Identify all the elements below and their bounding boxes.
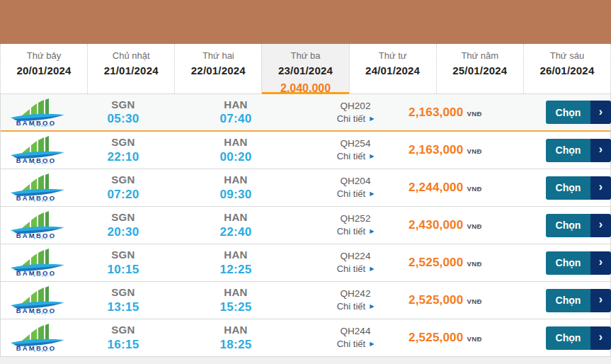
price-currency: VNĐ (467, 297, 481, 305)
date-tab[interactable]: Thứ tư 24/01/2024 (349, 44, 436, 93)
svg-text:AIRWAYS: AIRWAYS (34, 125, 52, 127)
arrival-time: 18:25 (220, 337, 252, 352)
date-tab[interactable]: Thứ hai 22/01/2024 (174, 44, 261, 93)
departure-cell: SGN 22:10 (80, 136, 166, 164)
details-arrow-icon: ▶ (370, 304, 374, 309)
airline-logo-cell: BAMBOO AIRWAYS (1, 249, 80, 277)
price-cell: 2,163,000 VNĐ (406, 143, 546, 157)
select-flight-button[interactable]: Chọn › (546, 214, 611, 237)
flight-search-results-page: Thứ bảy 20/01/2024 Chủ nhật 21/01/2024 T… (0, 0, 611, 364)
date-tab-day-label: Thứ tư (350, 50, 436, 61)
price-currency: VNĐ (467, 185, 481, 193)
price-currency: VNĐ (467, 260, 481, 268)
departure-time: 20:30 (108, 224, 139, 239)
svg-text:AIRWAYS: AIRWAYS (34, 162, 52, 164)
date-tab-day-label: Chủ nhật (88, 50, 174, 61)
price-cell: 2,525,000 VNĐ (406, 256, 546, 270)
flight-list: BAMBOO AIRWAYS SGN 05:30 HAN 07:40 QH202… (0, 94, 611, 357)
flight-row: BAMBOO AIRWAYS SGN 22:10 HAN 00:20 QH254… (1, 132, 610, 169)
arrival-time: 22:40 (220, 224, 252, 239)
chevron-right-icon: › (590, 214, 611, 237)
arrival-time: 15:25 (220, 300, 252, 314)
select-flight-button[interactable]: Chọn › (546, 101, 611, 124)
select-flight-button[interactable]: Chọn › (546, 289, 611, 312)
departure-cell: SGN 13:15 (80, 286, 166, 314)
departure-cell: SGN 16:15 (80, 324, 166, 352)
airline-logo-cell: BAMBOO AIRWAYS (1, 136, 80, 164)
airline-logo-cell: BAMBOO AIRWAYS (1, 211, 80, 239)
flight-info-cell: QH252 Chi tiết ▶ (305, 212, 406, 238)
destination-code: HAN (224, 211, 247, 224)
destination-code: HAN (224, 286, 247, 300)
details-link-label: Chi tiết (337, 263, 365, 275)
departure-time: 22:10 (108, 149, 139, 164)
price-amount: 2,163,000 (409, 106, 463, 120)
chevron-right-icon: › (590, 139, 611, 162)
svg-text:AIRWAYS: AIRWAYS (34, 275, 52, 277)
flight-number: QH224 (341, 250, 371, 263)
details-link-label: Chi tiết (337, 225, 365, 238)
date-tab[interactable]: Thứ ba 23/01/2024 2,040,000 (261, 44, 348, 93)
origin-code: SGN (111, 211, 135, 224)
airline-logo-cell: BAMBOO AIRWAYS (1, 98, 80, 127)
select-flight-button[interactable]: Chọn › (546, 139, 611, 162)
details-link[interactable]: Chi tiết ▶ (337, 225, 375, 238)
flight-number: QH244 (341, 325, 371, 338)
price-currency: VNĐ (467, 222, 481, 230)
price-amount: 2,244,000 (409, 181, 463, 195)
details-link-label: Chi tiết (337, 113, 365, 125)
date-tab[interactable]: Thứ năm 25/01/2024 (436, 44, 523, 93)
departure-time: 07:20 (108, 187, 139, 202)
arrival-cell: HAN 15:25 (166, 286, 305, 314)
flight-info-cell: QH242 Chi tiết ▶ (305, 288, 406, 313)
destination-code: HAN (224, 324, 247, 337)
price-amount: 2,525,000 (409, 256, 463, 270)
date-tab-date-label: 23/01/2024 (262, 64, 348, 76)
date-tab-date-label: 26/01/2024 (524, 64, 610, 76)
date-tab[interactable]: Thứ bảy 20/01/2024 (0, 44, 87, 93)
select-flight-button[interactable]: Chọn › (546, 251, 611, 275)
select-flight-button[interactable]: Chọn › (546, 176, 611, 200)
select-flight-button[interactable]: Chọn › (546, 326, 611, 350)
bamboo-airways-logo-icon: BAMBOO AIRWAYS (6, 98, 74, 127)
arrival-cell: HAN 00:20 (166, 136, 305, 164)
svg-text:AIRWAYS: AIRWAYS (34, 350, 52, 352)
arrival-cell: HAN 18:25 (166, 324, 305, 352)
date-tab-day-label: Thứ sáu (524, 50, 610, 61)
details-link-label: Chi tiết (337, 338, 365, 351)
select-button-cell: Chọn › (546, 289, 611, 312)
bamboo-airways-logo-icon: BAMBOO AIRWAYS (6, 324, 74, 352)
date-tab-day-label: Thứ hai (175, 50, 261, 61)
details-link[interactable]: Chi tiết ▶ (337, 263, 375, 275)
select-flight-button-label: Chọn (546, 326, 590, 350)
price-currency: VNĐ (467, 335, 481, 343)
arrival-time: 07:40 (220, 111, 252, 126)
flight-info-cell: QH224 Chi tiết ▶ (305, 250, 406, 275)
arrival-cell: HAN 07:40 (166, 98, 305, 127)
date-tab-day-label: Thứ ba (262, 50, 348, 61)
details-arrow-icon: ▶ (370, 154, 374, 159)
date-tab-date-label: 24/01/2024 (350, 64, 436, 76)
flight-number: QH254 (341, 137, 371, 150)
details-link[interactable]: Chi tiết ▶ (337, 338, 375, 351)
details-arrow-icon: ▶ (370, 341, 374, 347)
date-tab-price-label (175, 82, 261, 95)
departure-time: 16:15 (108, 337, 139, 352)
date-tab[interactable]: Chủ nhật 21/01/2024 (87, 44, 174, 93)
flight-number: QH252 (341, 212, 371, 225)
date-tab-date-label: 20/01/2024 (1, 64, 87, 76)
select-flight-button-label: Chọn (546, 251, 590, 275)
details-link[interactable]: Chi tiết ▶ (337, 188, 375, 200)
date-tab[interactable]: Thứ sáu 26/01/2024 (523, 44, 611, 93)
select-button-cell: Chọn › (546, 214, 611, 237)
select-button-cell: Chọn › (546, 326, 611, 350)
destination-code: HAN (224, 136, 247, 149)
arrival-cell: HAN 12:25 (166, 249, 305, 277)
select-button-cell: Chọn › (546, 101, 611, 124)
price-currency: VNĐ (467, 110, 481, 118)
date-tab-day-label: Thứ năm (437, 50, 523, 61)
svg-text:AIRWAYS: AIRWAYS (34, 312, 52, 314)
details-link[interactable]: Chi tiết ▶ (337, 300, 375, 313)
details-link[interactable]: Chi tiết ▶ (337, 150, 375, 163)
details-link[interactable]: Chi tiết ▶ (337, 113, 375, 125)
